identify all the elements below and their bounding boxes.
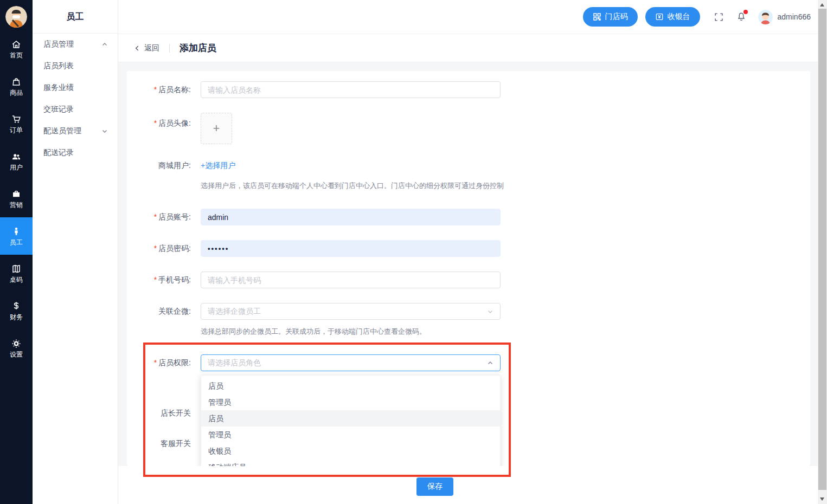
header-divider — [169, 44, 170, 53]
primary-sidebar: 首页 商品 订单 用户 营销 员工 — [0, 0, 33, 504]
sidebar-item-marketing[interactable]: 营销 — [0, 180, 33, 217]
sidebar-item-orders[interactable]: 订单 — [0, 105, 33, 143]
role-option[interactable]: 管理员 — [201, 394, 500, 410]
avatar-image — [5, 6, 27, 28]
form-row-avatar: *店员头像: + — [127, 113, 232, 144]
required-mark: * — [154, 275, 157, 284]
submenu-item-clerk-list[interactable]: 店员列表 — [33, 55, 118, 77]
fullscreen-button[interactable] — [714, 12, 723, 22]
submenu-item-delivery-records[interactable]: 配送记录 — [33, 142, 118, 164]
field-label: 关联企微: — [127, 303, 191, 320]
chevron-left-icon — [133, 44, 141, 52]
submenu-item-delivery-management[interactable]: 配送员管理 — [33, 120, 118, 142]
required-mark: * — [154, 358, 157, 367]
role-option[interactable]: 管理员 — [201, 427, 500, 443]
required-mark: * — [154, 212, 157, 221]
save-button[interactable]: 保存 — [416, 477, 453, 496]
field-label: *店员权限: — [127, 354, 191, 371]
finance-icon — [11, 301, 21, 311]
store-code-button[interactable]: 门店码 — [583, 7, 638, 27]
form-row-wecom-help: 选择总部同步的企微员工。关联成功后，于移动端门店中心查看企微码。 — [127, 327, 426, 337]
clerk-account-input[interactable] — [201, 209, 501, 225]
field-label: *店员名称: — [127, 81, 191, 98]
username[interactable]: admin666 — [778, 12, 811, 21]
plus-icon: + — [213, 121, 220, 135]
settings-icon — [11, 339, 21, 348]
sidebar-item-home[interactable]: 首页 — [0, 30, 33, 68]
table-code-icon — [11, 264, 21, 274]
role-select[interactable]: 请选择店员角色 — [201, 354, 501, 371]
cashier-label: 收银台 — [668, 12, 690, 22]
form-row-account: *店员账号: — [127, 209, 501, 225]
wecom-select-placeholder: 请选择企微员工 — [208, 307, 487, 316]
submenu-item-service-performance[interactable]: 服务业绩 — [33, 77, 118, 99]
select-user-link[interactable]: +选择用户 — [201, 160, 235, 171]
wecom-help-text: 选择总部同步的企微员工。关联成功后，于移动端门店中心查看企微码。 — [201, 327, 426, 337]
chevron-up-icon — [487, 360, 493, 366]
field-label-spacer — [127, 181, 191, 191]
submenu-item-label: 店员列表 — [43, 61, 108, 71]
clerk-name-input[interactable] — [201, 81, 501, 98]
fullscreen-icon — [714, 12, 723, 22]
sidebar-item-label: 首页 — [10, 52, 23, 59]
primary-nav: 首页 商品 订单 用户 营销 员工 — [0, 30, 33, 367]
sidebar-item-users[interactable]: 用户 — [0, 143, 33, 180]
user-avatar-image — [758, 10, 773, 24]
sidebar-item-settings[interactable]: 设置 — [0, 329, 33, 367]
notifications-button[interactable] — [736, 12, 746, 22]
orders-icon — [11, 114, 21, 124]
phone-input[interactable] — [201, 272, 501, 288]
user-avatar[interactable] — [758, 10, 773, 24]
workspace-avatar[interactable] — [5, 6, 27, 28]
chevron-down-icon — [101, 128, 108, 134]
sidebar-item-label: 桌码 — [10, 276, 23, 283]
scroll-down-arrow-icon[interactable] — [820, 497, 824, 501]
field-label: *店员头像: — [127, 113, 191, 144]
sidebar-item-label: 营销 — [10, 202, 23, 208]
form-row-mall-user-help: 选择用户后，该店员可在移动端个人中心看到门店中心入口。门店中心的细分权限可通过身… — [127, 181, 504, 191]
manager-switch-label: 店长开关 — [127, 408, 191, 418]
required-mark: * — [154, 119, 157, 127]
top-bar: 门店码 收银台 admin666 — [118, 0, 818, 34]
scrollbar-thumb[interactable] — [818, 9, 826, 490]
users-icon — [11, 152, 21, 161]
sidebar-item-finance[interactable]: 财务 — [0, 292, 33, 329]
submenu-item-label: 配送员管理 — [43, 126, 101, 136]
required-mark: * — [154, 244, 157, 253]
form-row-name: *店员名称: — [127, 81, 501, 98]
sidebar-item-staff[interactable]: 员工 — [0, 217, 33, 255]
form-card: *店员名称: *店员头像: + 商城用户: +选择用户 选择用户后，该店员可在移… — [127, 71, 810, 466]
secondary-sidebar: 员工 店员管理 店员列表 服务业绩 交班记录 配送员管理 配送记录 — [33, 0, 118, 504]
cash-register-icon — [655, 12, 664, 21]
vertical-scrollbar[interactable] — [818, 0, 827, 504]
wecom-select[interactable]: 请选择企微员工 — [201, 303, 501, 320]
page-header: 返回 添加店员 — [118, 34, 818, 62]
goods-icon — [11, 77, 21, 87]
role-option[interactable]: 店员 — [201, 378, 500, 394]
sidebar-item-label: 商品 — [10, 89, 23, 96]
form-row-manager-switch: 店长开关 — [127, 408, 191, 418]
avatar-upload-button[interactable]: + — [201, 113, 232, 144]
form-row-role: *店员权限: 请选择店员角色 — [127, 354, 501, 371]
submenu-item-label: 店员管理 — [43, 40, 101, 49]
submenu-item-shift-records[interactable]: 交班记录 — [33, 99, 118, 120]
form-row-password: *店员密码: — [127, 240, 501, 257]
sidebar-item-label: 员工 — [10, 239, 23, 245]
home-icon — [11, 40, 21, 49]
cashier-button[interactable]: 收银台 — [645, 7, 700, 27]
role-option[interactable]: 收银员 — [201, 443, 500, 459]
submenu-item-label: 交班记录 — [43, 105, 108, 114]
submenu-item-clerk-management[interactable]: 店员管理 — [33, 34, 118, 55]
back-button[interactable]: 返回 — [133, 43, 159, 53]
form-footer: 保存 — [118, 466, 818, 504]
sidebar-item-label: 订单 — [10, 127, 23, 133]
sidebar-item-goods[interactable]: 商品 — [0, 68, 33, 105]
chevron-down-icon — [487, 308, 493, 315]
page-title: 添加店员 — [179, 42, 216, 54]
sidebar-item-table-code[interactable]: 桌码 — [0, 255, 33, 292]
scroll-up-arrow-icon[interactable] — [820, 3, 824, 7]
role-option-highlighted[interactable]: 店员 — [201, 410, 500, 427]
app-window: 首页 商品 订单 用户 营销 员工 — [0, 0, 827, 504]
back-label: 返回 — [144, 43, 159, 53]
clerk-password-input[interactable] — [201, 240, 501, 257]
